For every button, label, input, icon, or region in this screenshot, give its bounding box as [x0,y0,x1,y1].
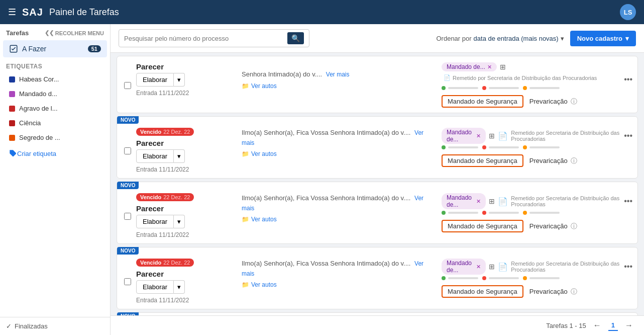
ver-autos-link[interactable]: 📁 Ver autos [242,149,437,158]
elaborar-button[interactable]: Elaborar [136,149,174,163]
elaborar-dropdown-button[interactable]: ▾ [174,149,185,163]
criar-etiqueta-btn[interactable]: Criar etiqueta [3,145,107,161]
sort-selector[interactable]: Ordenar por data de entrada (mais novas)… [436,35,564,42]
elaborar-button[interactable]: Elaborar [136,73,174,87]
checkbox-input[interactable] [124,82,131,89]
red-dot [482,86,486,90]
dots-menu[interactable]: ••• [624,262,632,271]
person-item [442,145,478,149]
red-dot [482,276,486,280]
sidebar-item-habeas-cor[interactable]: Habeas Cor... [3,72,107,86]
orange-dot [523,145,527,149]
info-icon[interactable]: ⓘ [571,97,577,106]
mandado-tag: Mandado de... ✕ [442,259,486,275]
task-meta-top: Mandado de... ✕ ⊞ 📄 Remetido por Secreta… [442,62,632,84]
checkbox-input[interactable] [124,278,131,285]
ver-autos-label: Ver autos [251,280,277,289]
task-entry: Entrada 11/11/2022 [136,297,237,304]
info-icon[interactable]: ⓘ [571,287,577,296]
checkbox-input[interactable] [124,213,131,220]
table-row: NOVO Vencido 22 Dez. 22 Parecer Elaborar [117,247,638,309]
mandado-tag-label: Mandado de... [447,194,474,208]
sidebar-tarefas-label: Tarefas [6,29,29,37]
next-page-button[interactable]: → [622,320,636,331]
ver-autos-label: Ver autos [251,215,277,224]
task-list: Parecer Elaborar ▾ Entrada 11/11/2022 Se… [111,53,644,315]
elaborar-dropdown-button[interactable]: ▾ [174,215,185,228]
task-icon [9,44,18,53]
novo-cadastro-button[interactable]: Novo cadastro ▾ [570,31,636,46]
ver-autos-link[interactable]: 📁 Ver autos [242,215,437,224]
close-tag-icon[interactable]: ✕ [476,198,481,205]
person-item [442,86,478,90]
sidebar-item-ciencia[interactable]: Ciência [3,116,107,130]
close-tag-icon[interactable]: ✕ [487,64,492,70]
copy-icon[interactable]: ⊞ [500,63,506,71]
prev-page-button[interactable]: ← [590,320,604,331]
mandado-tag: Mandado de... ✕ [442,128,486,144]
agravo-label: Agravo de l... [19,105,58,112]
elaborar-dropdown-button[interactable]: ▾ [174,280,185,294]
dots-menu[interactable]: ••• [624,197,632,206]
vencido-label: Vencido [140,194,161,200]
sidebar-item-mandado-d[interactable]: Mandado d... [3,87,107,101]
menu-icon[interactable]: ☰ [8,7,16,18]
pagination: Tarefas 1 - 15 ← 1 → [111,315,644,335]
remetido-text: Remetido por Secretaria de Distribuição … [511,195,621,207]
dots-menu[interactable]: ••• [624,75,632,84]
vencido-badge: Vencido 22 Dez. 22 [136,259,194,267]
copy-icon[interactable]: ⊞ [489,132,495,140]
copy-icon[interactable]: ⊞ [489,263,495,271]
recolher-menu-btn[interactable]: ❮❮ RECOLHER MENU [45,30,104,36]
search-button[interactable]: 🔍 [287,32,304,44]
elaborar-button[interactable]: Elaborar [136,280,174,294]
elaborar-dropdown-button[interactable]: ▾ [174,73,185,87]
crime-label: Prevaricação [529,222,568,230]
task-main-0: Parecer Elaborar ▾ Entrada 11/11/2022 [136,61,237,108]
task-entry: Entrada 11/11/2022 [136,90,237,97]
sidebar-item-agravo[interactable]: Agravo de l... [3,102,107,115]
sidebar-item-a-fazer[interactable]: A Fazer 51 [3,40,107,57]
task-checkbox-2[interactable] [124,192,131,238]
ver-mais-link[interactable]: Ver mais [326,71,350,78]
copy-icon[interactable]: ⊞ [489,197,495,205]
info-icon[interactable]: ⓘ [571,222,577,231]
sidebar-item-segredo[interactable]: Segredo de ... [3,131,107,144]
close-tag-icon[interactable]: ✕ [476,264,481,270]
task-desc-text: Senhora Intimado(a) do v.... [242,70,322,78]
close-tag-icon[interactable]: ✕ [476,133,481,139]
task-main-1: Vencido 22 Dez. 22 Parecer Elaborar ▾ En… [136,127,237,173]
remetido-text: Remetido por Secretaria de Distribuição … [453,75,597,81]
dots-menu[interactable]: ••• [624,131,632,140]
elaborar-button[interactable]: Elaborar [136,215,174,228]
info-icon[interactable]: ⓘ [571,156,577,165]
folder-icon: 📁 [242,280,249,289]
blurred-name-2 [489,87,519,89]
task-checkbox-0[interactable] [124,61,131,108]
task-checkbox-3[interactable] [124,258,131,304]
person-indicators [442,276,632,280]
green-dot [442,86,446,90]
ver-autos-link[interactable]: 📁 Ver autos [242,81,437,91]
header-title: Painel de Tarefas [49,7,119,18]
red-dot [482,211,486,215]
task-action: Elaborar ▾ [136,73,237,87]
green-dot [442,145,446,149]
task-action: Elaborar ▾ [136,149,237,163]
checkbox-input[interactable] [124,147,131,154]
folder-icon: 📁 [242,81,249,91]
folder-icon: 📁 [242,149,249,158]
person-indicators [442,211,632,215]
crime-label: Prevaricação [529,98,568,105]
task-meta-bottom: Mandado de Segurança Prevaricação ⓘ [442,220,632,232]
ver-autos-link[interactable]: 📁 Ver autos [242,280,437,289]
crime-label: Prevaricação [529,157,568,164]
search-input[interactable] [124,35,283,42]
sidebar-item-finalizadas[interactable]: ✓ Finalizadas [0,317,110,335]
mandado-seguranca-tag: Mandado de Segurança [442,95,523,108]
task-meta-3: Mandado de... ✕ ⊞ 📄 Remetido por Secreta… [442,258,632,304]
table-row: Parecer Elaborar ▾ Entrada 11/11/2022 Se… [117,56,638,113]
green-dot [442,211,446,215]
current-page[interactable]: 1 [608,320,618,331]
task-checkbox-1[interactable] [124,127,131,173]
